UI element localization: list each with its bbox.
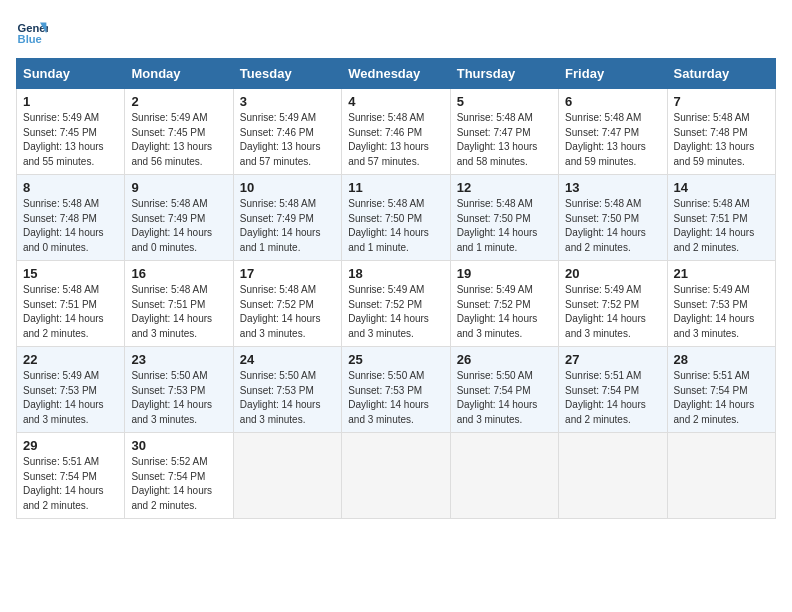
cell-info: Sunrise: 5:48 AMSunset: 7:51 PMDaylight:…	[23, 283, 118, 341]
cell-date: 10	[240, 180, 335, 195]
day-header-saturday: Saturday	[667, 59, 775, 89]
calendar-cell: 29Sunrise: 5:51 AMSunset: 7:54 PMDayligh…	[17, 433, 125, 519]
calendar-cell: 30Sunrise: 5:52 AMSunset: 7:54 PMDayligh…	[125, 433, 233, 519]
calendar-cell: 11Sunrise: 5:48 AMSunset: 7:50 PMDayligh…	[342, 175, 450, 261]
calendar-cell: 15Sunrise: 5:48 AMSunset: 7:51 PMDayligh…	[17, 261, 125, 347]
cell-info: Sunrise: 5:49 AMSunset: 7:52 PMDaylight:…	[348, 283, 443, 341]
cell-date: 1	[23, 94, 118, 109]
calendar-cell: 9Sunrise: 5:48 AMSunset: 7:49 PMDaylight…	[125, 175, 233, 261]
calendar-cell: 24Sunrise: 5:50 AMSunset: 7:53 PMDayligh…	[233, 347, 341, 433]
cell-info: Sunrise: 5:50 AMSunset: 7:54 PMDaylight:…	[457, 369, 552, 427]
cell-info: Sunrise: 5:49 AMSunset: 7:53 PMDaylight:…	[674, 283, 769, 341]
cell-info: Sunrise: 5:48 AMSunset: 7:46 PMDaylight:…	[348, 111, 443, 169]
day-header-thursday: Thursday	[450, 59, 558, 89]
cell-date: 7	[674, 94, 769, 109]
calendar-cell: 14Sunrise: 5:48 AMSunset: 7:51 PMDayligh…	[667, 175, 775, 261]
cell-date: 8	[23, 180, 118, 195]
cell-date: 18	[348, 266, 443, 281]
calendar-week-4: 22Sunrise: 5:49 AMSunset: 7:53 PMDayligh…	[17, 347, 776, 433]
day-header-tuesday: Tuesday	[233, 59, 341, 89]
cell-info: Sunrise: 5:50 AMSunset: 7:53 PMDaylight:…	[240, 369, 335, 427]
cell-info: Sunrise: 5:52 AMSunset: 7:54 PMDaylight:…	[131, 455, 226, 513]
cell-date: 19	[457, 266, 552, 281]
calendar-cell: 26Sunrise: 5:50 AMSunset: 7:54 PMDayligh…	[450, 347, 558, 433]
cell-date: 13	[565, 180, 660, 195]
calendar-cell: 16Sunrise: 5:48 AMSunset: 7:51 PMDayligh…	[125, 261, 233, 347]
calendar-week-1: 1Sunrise: 5:49 AMSunset: 7:45 PMDaylight…	[17, 89, 776, 175]
calendar-cell	[233, 433, 341, 519]
cell-date: 20	[565, 266, 660, 281]
cell-info: Sunrise: 5:48 AMSunset: 7:48 PMDaylight:…	[674, 111, 769, 169]
calendar-cell: 2Sunrise: 5:49 AMSunset: 7:45 PMDaylight…	[125, 89, 233, 175]
cell-info: Sunrise: 5:50 AMSunset: 7:53 PMDaylight:…	[131, 369, 226, 427]
calendar-cell: 5Sunrise: 5:48 AMSunset: 7:47 PMDaylight…	[450, 89, 558, 175]
cell-info: Sunrise: 5:48 AMSunset: 7:50 PMDaylight:…	[565, 197, 660, 255]
calendar-week-5: 29Sunrise: 5:51 AMSunset: 7:54 PMDayligh…	[17, 433, 776, 519]
calendar-cell: 22Sunrise: 5:49 AMSunset: 7:53 PMDayligh…	[17, 347, 125, 433]
cell-info: Sunrise: 5:51 AMSunset: 7:54 PMDaylight:…	[23, 455, 118, 513]
cell-info: Sunrise: 5:49 AMSunset: 7:45 PMDaylight:…	[23, 111, 118, 169]
cell-date: 12	[457, 180, 552, 195]
cell-info: Sunrise: 5:49 AMSunset: 7:46 PMDaylight:…	[240, 111, 335, 169]
day-header-friday: Friday	[559, 59, 667, 89]
cell-date: 4	[348, 94, 443, 109]
cell-info: Sunrise: 5:50 AMSunset: 7:53 PMDaylight:…	[348, 369, 443, 427]
calendar-cell: 1Sunrise: 5:49 AMSunset: 7:45 PMDaylight…	[17, 89, 125, 175]
cell-info: Sunrise: 5:49 AMSunset: 7:52 PMDaylight:…	[565, 283, 660, 341]
day-header-sunday: Sunday	[17, 59, 125, 89]
calendar-cell: 12Sunrise: 5:48 AMSunset: 7:50 PMDayligh…	[450, 175, 558, 261]
cell-info: Sunrise: 5:48 AMSunset: 7:47 PMDaylight:…	[457, 111, 552, 169]
cell-date: 3	[240, 94, 335, 109]
calendar-cell: 28Sunrise: 5:51 AMSunset: 7:54 PMDayligh…	[667, 347, 775, 433]
cell-date: 25	[348, 352, 443, 367]
cell-date: 29	[23, 438, 118, 453]
cell-info: Sunrise: 5:49 AMSunset: 7:53 PMDaylight:…	[23, 369, 118, 427]
calendar-cell	[559, 433, 667, 519]
cell-date: 6	[565, 94, 660, 109]
cell-info: Sunrise: 5:49 AMSunset: 7:52 PMDaylight:…	[457, 283, 552, 341]
calendar-week-3: 15Sunrise: 5:48 AMSunset: 7:51 PMDayligh…	[17, 261, 776, 347]
cell-date: 24	[240, 352, 335, 367]
day-header-wednesday: Wednesday	[342, 59, 450, 89]
calendar-week-2: 8Sunrise: 5:48 AMSunset: 7:48 PMDaylight…	[17, 175, 776, 261]
cell-info: Sunrise: 5:48 AMSunset: 7:47 PMDaylight:…	[565, 111, 660, 169]
cell-date: 9	[131, 180, 226, 195]
calendar-table: SundayMondayTuesdayWednesdayThursdayFrid…	[16, 58, 776, 519]
calendar-cell: 25Sunrise: 5:50 AMSunset: 7:53 PMDayligh…	[342, 347, 450, 433]
cell-info: Sunrise: 5:48 AMSunset: 7:52 PMDaylight:…	[240, 283, 335, 341]
cell-info: Sunrise: 5:51 AMSunset: 7:54 PMDaylight:…	[565, 369, 660, 427]
cell-date: 21	[674, 266, 769, 281]
cell-info: Sunrise: 5:48 AMSunset: 7:51 PMDaylight:…	[674, 197, 769, 255]
cell-date: 17	[240, 266, 335, 281]
svg-text:Blue: Blue	[18, 33, 42, 45]
calendar-cell	[342, 433, 450, 519]
calendar-cell: 6Sunrise: 5:48 AMSunset: 7:47 PMDaylight…	[559, 89, 667, 175]
calendar-cell: 23Sunrise: 5:50 AMSunset: 7:53 PMDayligh…	[125, 347, 233, 433]
calendar-cell: 4Sunrise: 5:48 AMSunset: 7:46 PMDaylight…	[342, 89, 450, 175]
calendar-cell: 20Sunrise: 5:49 AMSunset: 7:52 PMDayligh…	[559, 261, 667, 347]
cell-date: 28	[674, 352, 769, 367]
cell-info: Sunrise: 5:48 AMSunset: 7:51 PMDaylight:…	[131, 283, 226, 341]
cell-info: Sunrise: 5:48 AMSunset: 7:48 PMDaylight:…	[23, 197, 118, 255]
calendar-cell: 8Sunrise: 5:48 AMSunset: 7:48 PMDaylight…	[17, 175, 125, 261]
calendar-header-row: SundayMondayTuesdayWednesdayThursdayFrid…	[17, 59, 776, 89]
cell-date: 2	[131, 94, 226, 109]
cell-date: 23	[131, 352, 226, 367]
cell-date: 30	[131, 438, 226, 453]
calendar-cell: 18Sunrise: 5:49 AMSunset: 7:52 PMDayligh…	[342, 261, 450, 347]
cell-info: Sunrise: 5:51 AMSunset: 7:54 PMDaylight:…	[674, 369, 769, 427]
cell-date: 26	[457, 352, 552, 367]
page-header: General Blue	[16, 16, 776, 48]
calendar-cell: 13Sunrise: 5:48 AMSunset: 7:50 PMDayligh…	[559, 175, 667, 261]
logo: General Blue	[16, 16, 48, 48]
day-header-monday: Monday	[125, 59, 233, 89]
calendar-cell	[667, 433, 775, 519]
cell-date: 27	[565, 352, 660, 367]
cell-date: 5	[457, 94, 552, 109]
calendar-cell: 21Sunrise: 5:49 AMSunset: 7:53 PMDayligh…	[667, 261, 775, 347]
cell-date: 14	[674, 180, 769, 195]
cell-info: Sunrise: 5:48 AMSunset: 7:50 PMDaylight:…	[348, 197, 443, 255]
calendar-cell	[450, 433, 558, 519]
cell-info: Sunrise: 5:49 AMSunset: 7:45 PMDaylight:…	[131, 111, 226, 169]
cell-date: 22	[23, 352, 118, 367]
